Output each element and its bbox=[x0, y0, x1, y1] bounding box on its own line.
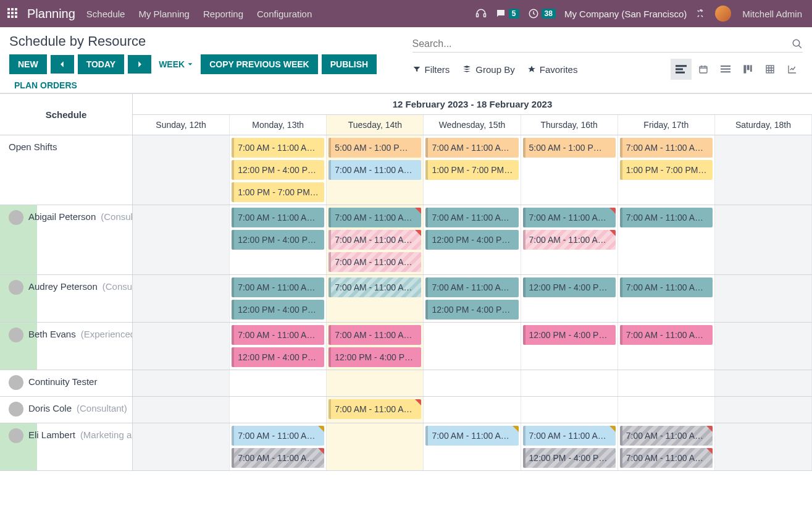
gantt-cell[interactable]: 7:00 AM - 11:00 A…12:00 PM - 4:00 P… bbox=[424, 205, 521, 274]
shift-pill[interactable]: 7:00 AM - 11:00 A… bbox=[329, 399, 421, 419]
shift-pill[interactable]: 7:00 AM - 11:00 A… bbox=[523, 208, 616, 227]
publish-button[interactable]: PUBLISH bbox=[322, 54, 377, 74]
gantt-cell[interactable] bbox=[424, 370, 521, 396]
shift-pill[interactable]: 7:00 AM - 11:00 A… bbox=[232, 277, 324, 297]
shift-pill[interactable]: 12:00 PM - 4:00 P… bbox=[232, 347, 324, 367]
shift-pill[interactable]: 7:00 AM - 11:00 A… bbox=[329, 277, 421, 297]
gantt-cell[interactable]: 7:00 AM - 11:00 A… bbox=[327, 397, 424, 423]
shift-pill[interactable]: 12:00 PM - 4:00 P… bbox=[232, 230, 324, 250]
filters-button[interactable]: Filters bbox=[412, 64, 450, 75]
nav-configuration[interactable]: Configuration bbox=[254, 9, 314, 19]
gantt-cell[interactable] bbox=[521, 370, 618, 396]
gantt-cell[interactable] bbox=[133, 323, 230, 370]
gantt-cell[interactable]: 7:00 AM - 11:00 A…1:00 PM - 7:00 PM… bbox=[424, 135, 521, 205]
gantt-cell[interactable]: 12:00 PM - 4:00 P… bbox=[521, 275, 618, 322]
resource-label[interactable]: Audrey Peterson (Consu bbox=[0, 275, 133, 322]
shift-pill[interactable]: 5:00 AM - 1:00 P… bbox=[523, 138, 616, 158]
nav-schedule[interactable]: Schedule bbox=[84, 9, 128, 19]
shift-pill[interactable]: 7:00 AM - 11:00 A… bbox=[425, 277, 518, 297]
shift-pill[interactable]: 7:00 AM - 11:00 A… bbox=[523, 426, 616, 446]
gantt-cell[interactable]: 7:00 AM - 11:00 A…7:00 AM - 11:00 A… bbox=[618, 423, 715, 470]
gantt-cell[interactable] bbox=[230, 370, 327, 396]
gantt-cell[interactable] bbox=[618, 370, 715, 396]
messages-icon[interactable]: 5 bbox=[495, 8, 519, 19]
gantt-cell[interactable]: 7:00 AM - 11:00 A…12:00 PM - 4:00 P… bbox=[327, 323, 424, 370]
activities-icon[interactable]: 38 bbox=[528, 8, 556, 19]
shift-pill[interactable]: 7:00 AM - 11:00 A… bbox=[620, 426, 713, 446]
gantt-view-button[interactable] bbox=[671, 59, 692, 80]
shift-pill[interactable]: 12:00 PM - 4:00 P… bbox=[232, 160, 324, 180]
prev-button[interactable] bbox=[51, 55, 74, 74]
shift-pill[interactable]: 7:00 AM - 11:00 A… bbox=[232, 426, 324, 446]
gantt-cell[interactable] bbox=[715, 370, 812, 396]
gantt-cell[interactable] bbox=[424, 397, 521, 423]
shift-pill[interactable]: 7:00 AM - 11:00 A… bbox=[523, 230, 616, 250]
gantt-cell[interactable] bbox=[133, 135, 230, 205]
list-view-button[interactable] bbox=[715, 59, 736, 80]
gantt-cell[interactable]: 7:00 AM - 11:00 A…7:00 AM - 11:00 A… bbox=[521, 205, 618, 274]
shift-pill[interactable]: 12:00 PM - 4:00 P… bbox=[232, 300, 324, 320]
shift-pill[interactable]: 12:00 PM - 4:00 P… bbox=[329, 347, 421, 367]
shift-pill[interactable]: 1:00 PM - 7:00 PM… bbox=[232, 182, 324, 202]
new-button[interactable]: NEW bbox=[9, 54, 47, 74]
gantt-cell[interactable]: 5:00 AM - 1:00 P… bbox=[521, 135, 618, 205]
gantt-cell[interactable]: 7:00 AM - 11:00 A…12:00 PM - 4:00 P… bbox=[521, 423, 618, 470]
gantt-cell[interactable] bbox=[715, 423, 812, 470]
shift-pill[interactable]: 7:00 AM - 11:00 A… bbox=[620, 448, 713, 468]
shift-pill[interactable]: 1:00 PM - 7:00 PM… bbox=[425, 160, 518, 180]
user-name[interactable]: Mitchell Admin bbox=[740, 9, 805, 19]
gantt-cell[interactable] bbox=[133, 397, 230, 423]
resource-label[interactable]: Abigail Peterson (Consul bbox=[0, 205, 133, 274]
gantt-cell[interactable]: 7:00 AM - 11:00 A…12:00 PM - 4:00 P…1:00… bbox=[230, 135, 327, 205]
gantt-cell[interactable]: 7:00 AM - 11:00 A… bbox=[618, 275, 715, 322]
shift-pill[interactable]: 7:00 AM - 11:00 A… bbox=[620, 277, 713, 297]
copy-previous-week-button[interactable]: COPY PREVIOUS WEEK bbox=[201, 54, 318, 74]
debug-icon[interactable] bbox=[695, 8, 706, 19]
shift-pill[interactable]: 7:00 AM - 11:00 A… bbox=[329, 160, 421, 180]
shift-pill[interactable]: 5:00 AM - 1:00 P… bbox=[329, 138, 421, 158]
gantt-cell[interactable] bbox=[715, 135, 812, 205]
user-avatar[interactable] bbox=[715, 6, 731, 22]
gantt-cell[interactable] bbox=[715, 275, 812, 322]
gantt-cell[interactable] bbox=[618, 397, 715, 423]
shift-pill[interactable]: 7:00 AM - 11:00 A… bbox=[329, 230, 421, 250]
resource-label[interactable]: Continuity Tester bbox=[0, 370, 133, 396]
gantt-cell[interactable]: 7:00 AM - 11:00 A… bbox=[618, 323, 715, 370]
shift-pill[interactable]: 7:00 AM - 11:00 A… bbox=[620, 208, 713, 227]
gantt-cell[interactable]: 7:00 AM - 11:00 A…12:00 PM - 4:00 P… bbox=[230, 323, 327, 370]
groupby-button[interactable]: Group By bbox=[462, 64, 514, 75]
gantt-cell[interactable]: 12:00 PM - 4:00 P… bbox=[521, 323, 618, 370]
gantt-cell[interactable]: 7:00 AM - 11:00 A…12:00 PM - 4:00 P… bbox=[230, 275, 327, 322]
shift-pill[interactable]: 7:00 AM - 11:00 A… bbox=[232, 325, 324, 345]
gantt-cell[interactable] bbox=[715, 205, 812, 274]
gantt-cell[interactable] bbox=[715, 397, 812, 423]
gantt-cell[interactable] bbox=[133, 370, 230, 396]
kanban-view-button[interactable] bbox=[737, 59, 758, 80]
resource-label[interactable]: Beth Evans (Experienced bbox=[0, 323, 133, 370]
gantt-cell[interactable]: 7:00 AM - 11:00 A…7:00 AM - 11:00 A… bbox=[230, 423, 327, 470]
shift-pill[interactable]: 7:00 AM - 11:00 A… bbox=[329, 252, 421, 272]
next-button[interactable] bbox=[128, 55, 151, 74]
gantt-cell[interactable]: 7:00 AM - 11:00 A… bbox=[327, 275, 424, 322]
gantt-cell[interactable]: 7:00 AM - 11:00 A… bbox=[424, 423, 521, 470]
gantt-cell[interactable] bbox=[133, 205, 230, 274]
gantt-cell[interactable]: 5:00 AM - 1:00 P…7:00 AM - 11:00 A… bbox=[327, 135, 424, 205]
gantt-cell[interactable] bbox=[715, 323, 812, 370]
gantt-cell[interactable] bbox=[521, 397, 618, 423]
plan-orders-button[interactable]: PLAN ORDERS bbox=[9, 78, 400, 93]
gantt-cell[interactable] bbox=[424, 323, 521, 370]
shift-pill[interactable]: 7:00 AM - 11:00 A… bbox=[232, 208, 324, 227]
shift-pill[interactable]: 7:00 AM - 11:00 A… bbox=[425, 138, 518, 158]
today-button[interactable]: TODAY bbox=[78, 54, 124, 74]
shift-pill[interactable]: 1:00 PM - 7:00 PM… bbox=[620, 160, 713, 180]
favorites-button[interactable]: Favorites bbox=[527, 64, 578, 75]
gantt-cell[interactable] bbox=[327, 423, 424, 470]
gantt-cell[interactable] bbox=[230, 397, 327, 423]
graph-view-button[interactable] bbox=[782, 59, 803, 80]
pivot-view-button[interactable] bbox=[760, 59, 781, 80]
shift-pill[interactable]: 12:00 PM - 4:00 P… bbox=[425, 230, 518, 250]
company-switcher[interactable]: My Company (San Francisco) bbox=[564, 9, 687, 19]
nav-my-planning[interactable]: My Planning bbox=[136, 9, 192, 19]
shift-pill[interactable]: 7:00 AM - 11:00 A… bbox=[232, 138, 324, 158]
gantt-cell[interactable]: 7:00 AM - 11:00 A… bbox=[618, 205, 715, 274]
